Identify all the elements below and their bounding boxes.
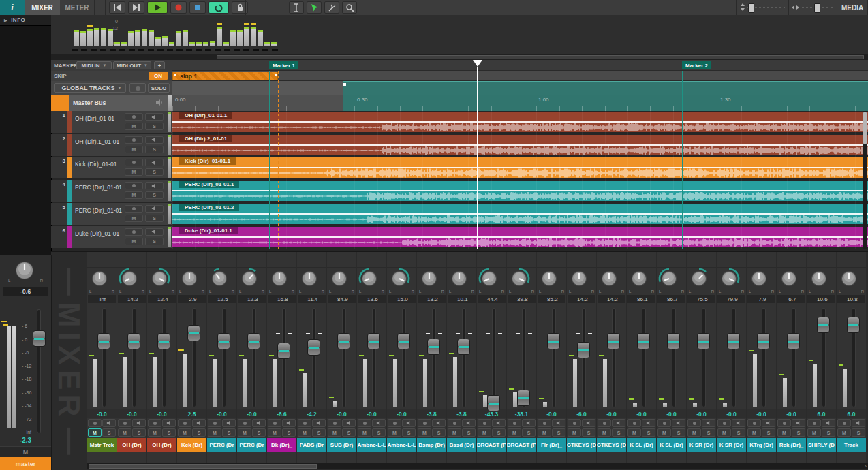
channel-name[interactable]: Bsmp (Dr) bbox=[417, 438, 446, 452]
pan-knob[interactable]: LR bbox=[297, 268, 326, 295]
pan-knob[interactable]: LR bbox=[837, 268, 866, 295]
channel-solo-button[interactable]: S bbox=[702, 428, 715, 437]
fader-track[interactable] bbox=[253, 309, 255, 407]
track-solo-button[interactable]: S bbox=[145, 168, 164, 176]
channel-mute-button[interactable]: M bbox=[178, 428, 191, 437]
channel-record-button[interactable] bbox=[118, 419, 131, 427]
info-panel-header[interactable]: ▶ INFO bbox=[0, 15, 51, 26]
track-monitor-button[interactable] bbox=[145, 228, 164, 236]
channel-record-button[interactable] bbox=[478, 419, 491, 427]
fader-handle[interactable] bbox=[397, 333, 410, 349]
channel-monitor-button[interactable] bbox=[102, 419, 116, 427]
track-number[interactable]: 4 bbox=[51, 180, 67, 202]
master-pan-knob[interactable] bbox=[12, 260, 37, 283]
channel-name[interactable]: GTKEYS (D bbox=[597, 438, 626, 452]
channel-solo-button[interactable]: S bbox=[732, 428, 745, 437]
channel-record-button[interactable] bbox=[627, 419, 641, 427]
channel-record-button[interactable] bbox=[328, 419, 341, 427]
channel-monitor-button[interactable] bbox=[282, 419, 296, 427]
channel-monitor-button[interactable] bbox=[552, 419, 565, 427]
channel-name[interactable]: OH (Dr) bbox=[147, 438, 176, 452]
pan-knob[interactable]: LR bbox=[597, 268, 626, 295]
channel-solo-button[interactable]: S bbox=[342, 428, 356, 437]
pan-knob[interactable]: LR bbox=[237, 268, 266, 295]
magnifier-tool[interactable] bbox=[342, 1, 357, 14]
channel-mute-button[interactable]: M bbox=[568, 428, 581, 437]
channel-monitor-button[interactable] bbox=[732, 419, 745, 427]
fader-track[interactable] bbox=[223, 309, 226, 407]
fader-handle[interactable] bbox=[427, 339, 440, 355]
channel-name[interactable]: Track bbox=[837, 438, 866, 452]
channel-mute-button[interactable]: M bbox=[328, 428, 341, 437]
loop-button[interactable] bbox=[208, 1, 229, 14]
clip-handle[interactable] bbox=[174, 74, 176, 76]
channel-monitor-button[interactable] bbox=[852, 419, 865, 427]
channel-name[interactable]: SHIRLY (D bbox=[807, 438, 836, 452]
channel-monitor-button[interactable] bbox=[192, 419, 206, 427]
channel-monitor-button[interactable] bbox=[762, 419, 775, 427]
channel-record-button[interactable] bbox=[178, 419, 191, 427]
fader-track[interactable] bbox=[792, 309, 795, 407]
fader-handle[interactable] bbox=[547, 333, 560, 349]
channel-record-button[interactable] bbox=[538, 419, 551, 427]
timeline-ruler[interactable]: 0:000:301:001:30 bbox=[172, 81, 868, 111]
channel-mute-button[interactable]: M bbox=[358, 428, 371, 437]
channel-mute-button[interactable]: M bbox=[388, 428, 401, 437]
channel-monitor-button[interactable] bbox=[702, 419, 715, 427]
audio-clip[interactable]: Kick (Dir)_01-01.1 bbox=[172, 157, 868, 178]
splitter-tool[interactable] bbox=[324, 1, 339, 14]
channel-mute-button[interactable]: M bbox=[208, 428, 221, 437]
channel-monitor-button[interactable] bbox=[342, 419, 356, 427]
loop-handle[interactable] bbox=[343, 83, 346, 86]
fader-handle[interactable] bbox=[577, 342, 590, 358]
fader-handle[interactable] bbox=[277, 343, 290, 359]
master-bus-monitor-icon[interactable] bbox=[155, 99, 164, 106]
fader-handle[interactable] bbox=[637, 333, 650, 349]
pan-knob[interactable]: LR bbox=[507, 268, 536, 295]
midi-out-dropdown[interactable]: MIDI OUT▼ bbox=[113, 61, 151, 69]
channel-solo-button[interactable]: S bbox=[282, 428, 296, 437]
track-number[interactable]: 3 bbox=[51, 157, 67, 178]
channel-mute-button[interactable]: M bbox=[538, 428, 551, 437]
track-record-button[interactable] bbox=[125, 205, 143, 213]
fader-track[interactable] bbox=[702, 309, 705, 407]
audio-clip[interactable]: PERC (Dir)_01-01.2 bbox=[172, 204, 868, 224]
channel-name[interactable]: Bssd (Dr) bbox=[447, 438, 476, 452]
fader-track[interactable] bbox=[403, 309, 405, 407]
marker-lane[interactable]: Marker 1Marker 2 bbox=[172, 60, 868, 71]
channel-mute-button[interactable]: M bbox=[88, 428, 102, 437]
fader-handle[interactable] bbox=[607, 333, 620, 349]
fader-track[interactable] bbox=[373, 309, 375, 407]
fader-handle[interactable] bbox=[847, 317, 860, 333]
track-solo-button[interactable]: S bbox=[145, 215, 164, 222]
pan-knob[interactable]: LR bbox=[387, 268, 416, 295]
fader-handle[interactable] bbox=[247, 333, 260, 349]
channel-mute-button[interactable]: M bbox=[448, 428, 461, 437]
pan-knob[interactable]: LR bbox=[417, 268, 446, 295]
channel-name[interactable]: Dk (Dr)_ bbox=[267, 438, 296, 452]
channel-name[interactable]: GTKEYS (D bbox=[567, 438, 596, 452]
channel-monitor-button[interactable] bbox=[582, 419, 595, 427]
track-monitor-button[interactable] bbox=[145, 136, 164, 144]
channel-record-button[interactable] bbox=[657, 419, 671, 427]
pan-knob[interactable]: LR bbox=[657, 268, 686, 295]
clip-handle[interactable] bbox=[275, 74, 277, 76]
channel-solo-button[interactable]: S bbox=[312, 428, 326, 437]
pan-knob[interactable]: LR bbox=[357, 268, 386, 295]
pan-knob[interactable]: LR bbox=[687, 268, 716, 295]
channel-solo-button[interactable]: S bbox=[762, 428, 775, 437]
channel-record-button[interactable] bbox=[448, 419, 461, 427]
pan-knob[interactable]: LR bbox=[627, 268, 656, 295]
skip-clip[interactable]: skip 1 bbox=[172, 72, 278, 80]
clip-name[interactable]: Kick (Dir)_01-01.1 bbox=[179, 157, 236, 165]
tab-mixer[interactable]: MIXER bbox=[25, 0, 61, 15]
pan-knob[interactable]: LR bbox=[807, 268, 836, 295]
channel-monitor-button[interactable] bbox=[672, 419, 685, 427]
clip-name[interactable]: PERC (Dir)_01-01.2 bbox=[179, 204, 239, 211]
channel-name[interactable]: BRCAST (P bbox=[507, 438, 536, 452]
channel-monitor-button[interactable] bbox=[462, 419, 476, 427]
fader-handle[interactable] bbox=[697, 333, 710, 349]
skip-on-button[interactable]: ON bbox=[149, 72, 168, 80]
track-monitor-button[interactable] bbox=[145, 182, 164, 189]
track-record-button[interactable] bbox=[125, 228, 143, 236]
